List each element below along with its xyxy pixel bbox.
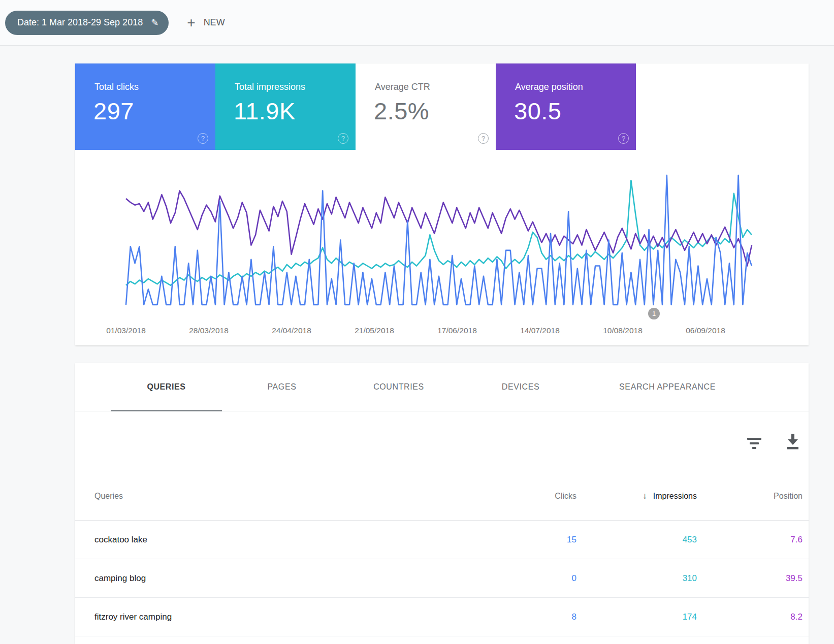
clicks-cell: 0 <box>572 573 576 584</box>
clicks-cell: 8 <box>572 612 576 622</box>
metric-card-average-ctr[interactable]: Average CTR2.5%? <box>356 63 496 150</box>
query-cell: cockatoo lake <box>94 535 147 545</box>
new-filter-button[interactable]: + NEW <box>187 16 224 30</box>
metric-cards-row: Total clicks297?Total impressions11.9K?A… <box>75 63 809 150</box>
tab-queries[interactable]: QUERIES <box>111 363 222 411</box>
tab-devices[interactable]: DEVICES <box>466 363 575 411</box>
performance-summary-card: Total clicks297?Total impressions11.9K?A… <box>75 63 809 345</box>
metric-card-average-position[interactable]: Average position30.5? <box>496 63 636 150</box>
column-header-impressions[interactable]: ↓ Impressions <box>643 491 697 501</box>
chart-annotation-badge[interactable]: 1 <box>648 308 660 319</box>
performance-chart-svg <box>75 150 809 325</box>
clicks-cell: 15 <box>567 535 576 545</box>
column-header-clicks[interactable]: Clicks <box>555 492 576 501</box>
query-table-card: QUERIESPAGESCOUNTRIESDEVICESSEARCH APPEA… <box>75 363 809 644</box>
top-bar: Date: 1 Mar 2018-29 Sep 2018 ✎ + NEW <box>0 0 834 46</box>
edit-pencil-icon[interactable]: ✎ <box>151 18 158 27</box>
help-icon[interactable]: ? <box>338 133 348 144</box>
x-axis-label: 10/08/2018 <box>587 326 658 335</box>
metric-label: Total impressions <box>235 82 305 92</box>
help-icon[interactable]: ? <box>198 133 208 144</box>
performance-chart <box>75 150 809 325</box>
x-axis-label: 24/04/2018 <box>256 326 327 335</box>
tab-pages[interactable]: PAGES <box>232 363 332 411</box>
new-filter-label: NEW <box>204 17 225 28</box>
metric-card-total-impressions[interactable]: Total impressions11.9K? <box>215 63 356 150</box>
metric-value: 297 <box>93 97 134 125</box>
metric-value: 30.5 <box>514 97 561 125</box>
query-cell: camping blog <box>94 573 146 584</box>
impressions-cell: 174 <box>683 612 697 622</box>
metric-label: Total clicks <box>94 82 139 92</box>
x-axis-label: 21/05/2018 <box>339 326 410 335</box>
column-header-queries[interactable]: Queries <box>94 492 123 501</box>
help-icon[interactable]: ? <box>478 133 489 144</box>
tab-countries[interactable]: COUNTRIES <box>342 363 456 411</box>
metric-label: Average CTR <box>375 82 430 92</box>
metric-card-total-clicks[interactable]: Total clicks297? <box>75 63 215 150</box>
table-header-row: Queries Clicks ↓ Impressions Position <box>75 472 809 521</box>
filter-icon <box>747 438 761 440</box>
x-axis-label: 14/07/2018 <box>504 326 575 335</box>
help-icon[interactable]: ? <box>618 133 629 144</box>
x-axis-label: 06/09/2018 <box>670 326 741 335</box>
x-axis-label: 17/06/2018 <box>422 326 493 335</box>
tab-search-appearance[interactable]: SEARCH APPEARANCE <box>586 363 749 411</box>
impressions-cell: 453 <box>683 535 697 545</box>
dimension-tabs: QUERIESPAGESCOUNTRIESDEVICESSEARCH APPEA… <box>75 363 809 411</box>
position-cell: 39.5 <box>786 573 803 584</box>
download-button[interactable] <box>785 434 800 453</box>
table-toolbar <box>75 411 809 472</box>
impressions-cell: 310 <box>683 573 697 584</box>
position-cell: 8.2 <box>790 612 803 622</box>
sort-desc-icon: ↓ <box>643 491 647 501</box>
date-filter-chip[interactable]: Date: 1 Mar 2018-29 Sep 2018 ✎ <box>5 11 169 35</box>
metric-label: Average position <box>515 82 583 92</box>
plus-icon: + <box>187 16 195 30</box>
date-filter-label: Date: 1 Mar 2018-29 Sep 2018 <box>17 17 143 28</box>
x-axis-label: 28/03/2018 <box>173 326 244 335</box>
table-body: cockatoo lake154537.6camping blog031039.… <box>75 521 809 636</box>
position-cell: 7.6 <box>790 535 803 545</box>
x-axis-label: 01/03/2018 <box>90 326 162 335</box>
table-row[interactable]: fitzroy river camping81748.2 <box>75 598 809 636</box>
clicks-line <box>126 175 752 305</box>
download-icon <box>785 434 800 451</box>
x-axis-labels: 01/03/201828/03/201824/04/201821/05/2018… <box>75 325 809 343</box>
query-cell: fitzroy river camping <box>94 612 172 622</box>
filter-button[interactable] <box>747 438 762 451</box>
metric-value: 2.5% <box>374 97 429 125</box>
table-row[interactable]: cockatoo lake154537.6 <box>75 521 809 559</box>
metric-value: 11.9K <box>234 97 296 125</box>
table-row[interactable]: camping blog031039.5 <box>75 559 809 598</box>
column-header-position[interactable]: Position <box>774 492 803 501</box>
